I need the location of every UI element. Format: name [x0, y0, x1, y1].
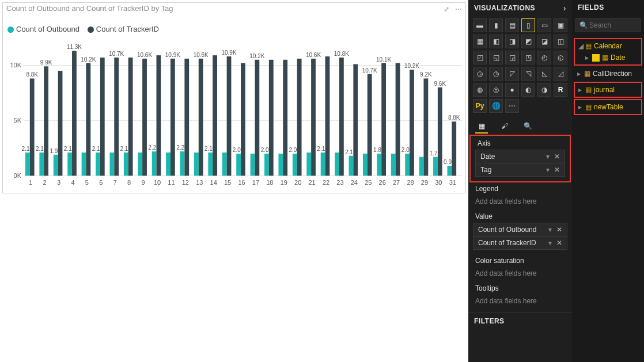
svg-text:10.6K: 10.6K — [194, 52, 209, 58]
svg-rect-114 — [396, 63, 400, 176]
legend-item[interactable]: Count of Outbound — [7, 25, 79, 33]
viz-type-icon[interactable]: ◫ — [554, 35, 567, 48]
expand-icon[interactable]: ▸ — [577, 70, 582, 78]
viz-type-icon[interactable]: Py — [473, 99, 487, 113]
remove-field-icon[interactable]: ✕ — [556, 226, 562, 234]
chevron-down-icon[interactable]: ▾ — [548, 226, 552, 234]
viz-type-icon[interactable]: ▬ — [473, 18, 487, 32]
expand-icon[interactable]: ▸ — [578, 86, 583, 94]
format-tab[interactable]: 🖌 — [498, 120, 511, 134]
table-row[interactable]: ◢▦Calendar — [575, 40, 641, 52]
svg-rect-63 — [213, 55, 217, 176]
viz-type-icon[interactable]: ◳ — [521, 51, 535, 64]
axis-well[interactable]: Date▾✕Tag▾✕ — [475, 150, 565, 177]
viz-type-icon[interactable]: ◰ — [473, 51, 487, 64]
viz-type-icon[interactable]: ▭ — [537, 18, 551, 32]
svg-text:9: 9 — [142, 179, 145, 186]
visualizations-panel: VISUALIZATIONS › ▬▮▤▯▭▣▦◧◨◩◪◫◰◱◲◳◴◵◶◷◸◹◺… — [468, 0, 572, 362]
analytics-tab[interactable]: 🔍 — [521, 120, 534, 134]
legend-well[interactable]: Add data fields here — [468, 194, 572, 209]
well-item[interactable]: Count of TrackerID▾✕ — [473, 236, 567, 249]
svg-text:27: 27 — [393, 179, 400, 186]
legend-label: Legend — [468, 181, 572, 194]
table-row[interactable]: ▸▦journal — [575, 84, 641, 96]
svg-rect-53 — [180, 151, 185, 176]
viz-type-icon[interactable]: ◺ — [537, 67, 551, 81]
tooltips-well[interactable]: Add data fields here — [468, 294, 572, 308]
field-row[interactable]: ▸▦Date — [575, 52, 641, 63]
viz-type-icon[interactable]: ◨ — [505, 35, 519, 48]
svg-text:10.2K: 10.2K — [81, 56, 96, 63]
focus-mode-icon[interactable]: ⤢ — [444, 5, 449, 13]
legend-item[interactable]: Count of TrackerID — [88, 25, 159, 33]
expand-icon[interactable]: ◢ — [578, 42, 583, 50]
chevron-down-icon[interactable]: ▾ — [548, 239, 552, 247]
viz-type-icon[interactable]: ◧ — [489, 35, 503, 48]
chevron-down-icon[interactable]: ▾ — [546, 153, 550, 161]
svg-rect-20 — [67, 153, 72, 176]
remove-field-icon[interactable]: ✕ — [556, 239, 562, 247]
viz-type-icon[interactable]: ▤ — [505, 18, 519, 32]
viz-type-icon[interactable]: ◍ — [473, 83, 487, 97]
viz-type-icon[interactable]: R — [554, 83, 567, 97]
viz-type-icon[interactable]: ◑ — [537, 83, 551, 97]
chart-legend: Count of OutboundCount of TrackerID — [7, 25, 167, 33]
viz-type-icon[interactable]: ◱ — [489, 51, 503, 64]
table-row[interactable]: ▸▦newTable — [575, 101, 641, 113]
svg-text:10.2K: 10.2K — [404, 63, 419, 69]
viz-type-icon[interactable]: ▦ — [473, 35, 487, 48]
svg-text:5K: 5K — [14, 117, 22, 124]
search-input[interactable] — [588, 21, 637, 30]
fields-search[interactable]: 🔍 — [575, 18, 641, 32]
colorsat-well[interactable]: Add data fields here — [468, 266, 572, 281]
table-name: journal — [594, 86, 615, 94]
viz-type-icon[interactable]: ▯ — [521, 18, 535, 32]
svg-rect-82 — [283, 60, 287, 176]
viz-type-icon[interactable]: ◩ — [521, 35, 535, 48]
svg-text:31: 31 — [449, 179, 456, 186]
svg-text:21: 21 — [308, 179, 315, 186]
viz-type-icon[interactable]: ◶ — [473, 67, 487, 81]
viz-type-icon[interactable]: ◹ — [521, 67, 535, 81]
more-options-icon[interactable]: ⋯ — [455, 5, 462, 13]
svg-rect-132 — [452, 121, 456, 176]
viz-type-icon[interactable]: ◿ — [554, 67, 567, 81]
viz-type-icon[interactable]: ◎ — [489, 83, 503, 97]
expand-icon[interactable]: ▸ — [585, 54, 590, 62]
viz-type-icon[interactable]: ● — [505, 83, 519, 97]
viz-type-icon[interactable]: ◵ — [554, 51, 567, 64]
svg-rect-110 — [381, 63, 386, 176]
viz-type-icon[interactable]: 🌐 — [489, 99, 503, 113]
viz-type-icon[interactable]: ◴ — [537, 51, 551, 64]
viz-type-icon[interactable]: ◸ — [505, 67, 519, 81]
well-item[interactable]: Tag▾✕ — [476, 163, 565, 176]
svg-rect-104 — [363, 154, 368, 176]
collapse-panel-icon[interactable]: › — [563, 3, 566, 13]
table-row[interactable]: ▸▦CallDirection — [574, 68, 642, 79]
svg-text:20: 20 — [294, 179, 301, 186]
viz-type-icon[interactable]: ◷ — [489, 67, 503, 81]
viz-type-icon[interactable]: ◪ — [537, 35, 551, 48]
svg-rect-130 — [447, 166, 452, 176]
chart-visual[interactable]: Count of Outbound and Count of TrackerID… — [2, 2, 466, 193]
svg-text:10.7K: 10.7K — [362, 67, 377, 74]
remove-field-icon[interactable]: ✕ — [554, 166, 560, 174]
viz-type-icon[interactable]: ⋯ — [505, 99, 519, 113]
remove-field-icon[interactable]: ✕ — [554, 153, 560, 161]
expand-icon[interactable]: ▸ — [578, 103, 583, 111]
well-item[interactable]: Count of Outbound▾✕ — [473, 223, 567, 236]
well-item-label: Date — [480, 153, 495, 161]
field-checkbox[interactable] — [592, 54, 600, 62]
viz-type-icon[interactable]: ▮ — [489, 18, 503, 32]
fields-tab[interactable]: ▦ — [475, 120, 488, 134]
viz-type-icon[interactable]: ◲ — [505, 51, 519, 64]
viz-type-icon[interactable]: ◐ — [521, 83, 535, 97]
chevron-down-icon[interactable]: ▾ — [546, 166, 550, 174]
svg-rect-13 — [44, 66, 48, 176]
svg-rect-88 — [306, 153, 311, 176]
well-item[interactable]: Date▾✕ — [476, 150, 565, 163]
svg-rect-57 — [194, 153, 199, 176]
viz-type-icon[interactable]: ▣ — [554, 18, 567, 32]
svg-rect-94 — [325, 56, 330, 176]
value-well[interactable]: Count of Outbound▾✕Count of TrackerID▾✕ — [473, 223, 567, 250]
